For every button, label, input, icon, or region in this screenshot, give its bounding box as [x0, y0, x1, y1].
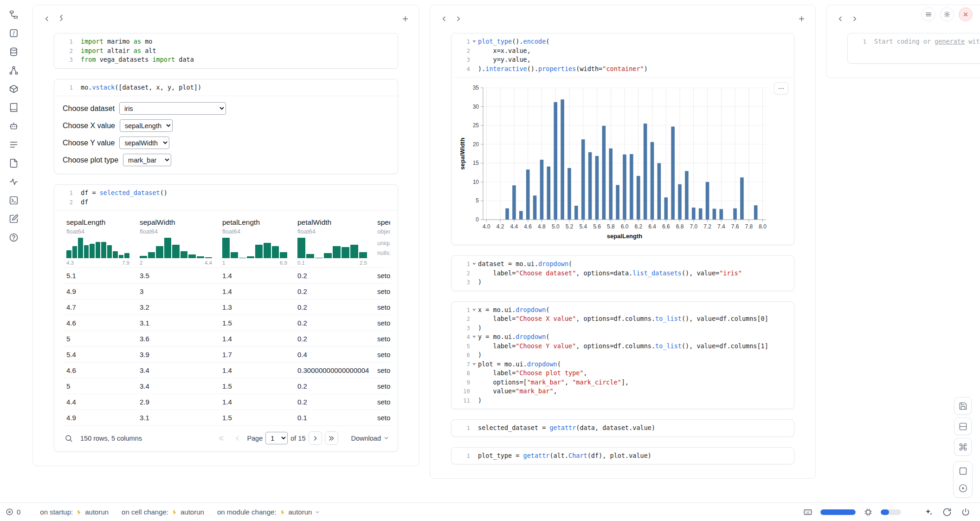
- sidebar-file-tree-icon[interactable]: [7, 8, 20, 21]
- table-row[interactable]: 4.93.11.50.1setosa: [63, 410, 390, 425]
- table-cell: 3.6: [136, 331, 219, 346]
- table-footer: 150 rows, 5 columns Page 1 of 15 Downloa…: [63, 425, 390, 446]
- sidebar-dependencies-icon[interactable]: [7, 64, 20, 77]
- column-header[interactable]: petalWidthfloat64: [294, 215, 374, 235]
- chart-actions-icon[interactable]: [774, 82, 788, 94]
- column-header[interactable]: petalLengthfloat64: [219, 215, 294, 235]
- table-row[interactable]: 53.61.40.2setosa: [63, 331, 390, 346]
- code-line: 1selected_dataset = getattr(data, datase…: [452, 423, 788, 433]
- table-row[interactable]: 5.13.51.40.2setosa: [63, 267, 390, 283]
- code-editor-selected-dataset[interactable]: 1selected_dataset = getattr(data, datase…: [451, 420, 794, 436]
- layout-select-icon[interactable]: [954, 417, 972, 435]
- table-cell: 0.2: [294, 268, 374, 283]
- sidebar-snippets-icon[interactable]: [7, 194, 20, 207]
- page-select[interactable]: 1: [265, 432, 288, 444]
- fold-gutter: [470, 65, 478, 74]
- code-editor-dataset[interactable]: 1dataset = mo.ui.dropdown(2 label="Choos…: [451, 256, 794, 291]
- restart-kernel-refresh-icon[interactable]: [941, 506, 953, 518]
- code-editor-xyplot[interactable]: 1x = mo.ui.dropdown(2 label="Choose X va…: [451, 302, 794, 409]
- shutdown-power-icon[interactable]: [960, 506, 972, 518]
- autorun-config-item-2[interactable]: on module change:autorun: [217, 508, 320, 516]
- ai-sparkle-icon[interactable]: [922, 506, 935, 518]
- table-row[interactable]: 4.73.21.30.2setosa: [63, 299, 390, 315]
- next-page-button[interactable]: [309, 431, 322, 445]
- table-search-icon[interactable]: [63, 432, 75, 444]
- prev-page-button[interactable]: [231, 431, 244, 445]
- sidebar-help-icon[interactable]: [7, 231, 20, 244]
- sidebar-tracing-icon[interactable]: [7, 176, 20, 188]
- table-row[interactable]: 4.63.11.50.2setosa: [63, 315, 390, 331]
- cell-vstack: 1mo.vstack([dataset, x, y, plot]) Choose…: [54, 79, 398, 175]
- keyboard-icon[interactable]: [802, 506, 814, 518]
- autorun-config-item-0[interactable]: on startup:autorun: [40, 508, 109, 516]
- code-editor-plot[interactable]: 1plot_type().encode(2 x=x.value,3 y=y.va…: [451, 33, 794, 77]
- column-move-left-icon[interactable]: [438, 12, 451, 25]
- add-column-icon[interactable]: [399, 12, 412, 25]
- column-header[interactable]: speciesobject: [374, 215, 390, 235]
- fold-chevron-icon[interactable]: [470, 360, 478, 369]
- autorun-config-item-1[interactable]: on cell change:autorun: [122, 508, 204, 516]
- svg-text:5.0: 5.0: [552, 223, 560, 230]
- line-number: 1: [55, 37, 73, 46]
- control-select[interactable]: mark_bar: [123, 154, 171, 166]
- sidebar-book-icon[interactable]: [7, 101, 20, 114]
- code-editor-empty[interactable]: 1 Start coding or generate with AI: [848, 33, 980, 63]
- table-row[interactable]: 5.43.91.70.4setosa: [63, 346, 390, 362]
- table-cell: 5: [63, 378, 136, 394]
- first-page-button[interactable]: [214, 431, 228, 445]
- column-move-left-icon[interactable]: [834, 12, 847, 25]
- table-row[interactable]: 4.931.40.2setosa: [63, 283, 390, 299]
- code-editor-vstack[interactable]: 1mo.vstack([dataset, x, y, plot]): [54, 79, 398, 96]
- column-histogram: 24.4: [136, 235, 219, 267]
- keyboard-shortcuts-command-icon[interactable]: [954, 438, 972, 456]
- fold-chevron-icon[interactable]: [470, 306, 478, 315]
- column-header[interactable]: sepalLengthfloat64: [63, 215, 136, 235]
- minimal-mode-icon[interactable]: [955, 463, 971, 479]
- table-row[interactable]: 53.41.50.2setosa: [63, 378, 390, 394]
- fold-gutter: [73, 37, 81, 46]
- table-row[interactable]: 4.42.91.40.2setosa: [63, 394, 390, 410]
- line-number: 11: [452, 396, 470, 405]
- sidebar-scratchpad-icon[interactable]: [7, 213, 20, 225]
- add-column-icon[interactable]: [795, 12, 808, 25]
- run-all-play-icon[interactable]: [955, 480, 971, 496]
- column-header[interactable]: sepalWidthfloat64: [136, 215, 219, 235]
- settings-gear-icon[interactable]: [940, 7, 954, 21]
- table-row[interactable]: 4.63.41.40.30000000000000004setosa: [63, 362, 390, 378]
- code-editor-dataframe[interactable]: 1df = selected_dataset()2df: [54, 185, 398, 210]
- code-editor-plot-type[interactable]: 1plot_type = getattr(alt.Chart(df), plot…: [451, 448, 794, 464]
- control-select[interactable]: sepalLength: [120, 119, 173, 132]
- line-number: 1: [452, 451, 470, 461]
- column-move-right-icon[interactable]: [848, 12, 861, 25]
- sidebar-docs-icon[interactable]: [7, 157, 20, 169]
- fold-gutter: [470, 423, 478, 433]
- sidebar-ai-bot-icon[interactable]: [7, 120, 20, 132]
- control-select[interactable]: iris: [119, 102, 226, 115]
- fold-chevron-icon[interactable]: [470, 37, 478, 46]
- fold-chevron-icon[interactable]: [470, 332, 478, 342]
- column-move-left-icon[interactable]: [40, 12, 53, 25]
- column-move-right-icon[interactable]: [451, 12, 464, 25]
- sidebar-toc-icon[interactable]: [7, 138, 20, 151]
- column-stats: uniquenulls:: [374, 235, 390, 267]
- errors-indicator[interactable]: 0: [6, 508, 20, 516]
- svg-text:35: 35: [473, 85, 479, 91]
- fold-chevron-icon[interactable]: [470, 260, 478, 269]
- sidebar-datasources-icon[interactable]: [7, 46, 20, 58]
- download-button[interactable]: Download: [351, 435, 390, 442]
- sidebar-variables-icon[interactable]: f: [7, 27, 20, 39]
- cpu-chip-icon[interactable]: [862, 506, 874, 518]
- generate-with-ai-link[interactable]: generate: [935, 38, 965, 45]
- shutdown-close-icon[interactable]: [959, 7, 973, 21]
- table-cell: 0.2: [294, 331, 374, 346]
- line-number: 1: [55, 83, 73, 92]
- last-page-button[interactable]: [325, 431, 338, 445]
- sidebar-packages-icon[interactable]: [7, 83, 20, 95]
- control-select[interactable]: sepalWidth: [119, 137, 169, 149]
- column-move-right-icon[interactable]: [54, 12, 67, 25]
- save-notebook-icon[interactable]: [954, 397, 972, 415]
- notebook-menu-icon[interactable]: [922, 7, 935, 21]
- line-number: 1: [452, 37, 470, 46]
- cell-dataframe: 1df = selected_dataset()2df sepalLengthf…: [54, 184, 398, 452]
- code-editor-imports[interactable]: 1import marimo as mo2import altair as al…: [54, 33, 398, 68]
